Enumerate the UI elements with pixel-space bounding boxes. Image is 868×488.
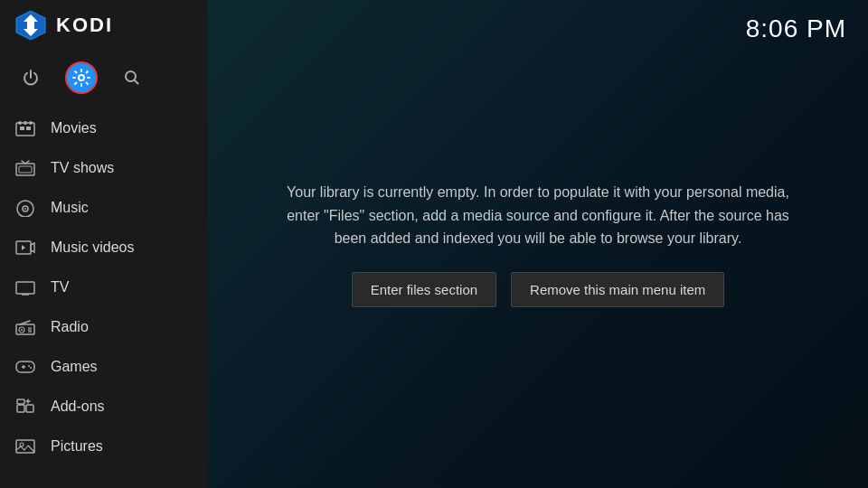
svg-rect-11 xyxy=(19,166,32,173)
sidebar-item-radio[interactable]: Radio xyxy=(0,307,208,347)
svg-rect-30 xyxy=(17,405,24,412)
sidebar-item-addons[interactable]: Add-ons xyxy=(0,387,208,427)
remove-menu-item-button[interactable]: Remove this main menu item xyxy=(511,272,724,307)
svg-rect-33 xyxy=(16,440,34,453)
settings-button[interactable] xyxy=(65,61,98,94)
sidebar-item-pictures[interactable]: Pictures xyxy=(0,427,208,466)
tv-icon xyxy=(14,277,36,298)
svg-point-21 xyxy=(21,329,23,331)
svg-point-6 xyxy=(24,121,27,125)
svg-rect-8 xyxy=(20,127,24,130)
svg-rect-4 xyxy=(16,123,34,136)
pictures-icon xyxy=(14,436,36,457)
radio-icon xyxy=(14,316,36,338)
svg-point-13 xyxy=(24,208,26,210)
sidebar-item-tv-shows[interactable]: TV shows xyxy=(0,148,208,188)
svg-point-29 xyxy=(30,367,32,369)
search-button[interactable] xyxy=(116,61,148,94)
svg-point-7 xyxy=(29,121,33,125)
empty-library-box: Your library is currently empty. In orde… xyxy=(258,163,818,325)
games-label: Games xyxy=(51,359,98,375)
enter-files-button[interactable]: Enter files section xyxy=(352,272,496,307)
tv-shows-label: TV shows xyxy=(51,160,114,176)
clock-display: 8:06 PM xyxy=(746,14,846,43)
sidebar: KODI xyxy=(0,0,208,488)
svg-rect-32 xyxy=(17,399,24,404)
sidebar-item-tv[interactable]: TV xyxy=(0,267,208,307)
svg-rect-9 xyxy=(26,127,31,130)
pictures-label: Pictures xyxy=(51,438,103,455)
kodi-logo-icon xyxy=(14,9,47,42)
svg-rect-31 xyxy=(26,405,33,412)
sidebar-item-movies[interactable]: Movies xyxy=(0,108,208,148)
svg-rect-15 xyxy=(16,282,34,294)
music-icon xyxy=(14,197,36,219)
tv-label: TV xyxy=(51,279,69,296)
sidebar-item-games[interactable]: Games xyxy=(0,347,208,387)
svg-point-34 xyxy=(20,443,24,446)
movies-label: Movies xyxy=(51,120,97,136)
games-icon xyxy=(14,356,36,378)
addons-label: Add-ons xyxy=(51,399,105,415)
music-videos-icon xyxy=(14,237,36,258)
addons-icon xyxy=(14,396,36,418)
nav-menu: Movies TV shows Music xyxy=(0,105,208,488)
svg-point-5 xyxy=(18,121,22,125)
svg-point-28 xyxy=(28,365,30,367)
music-label: Music xyxy=(51,200,89,216)
main-content: 8:06 PM Your library is currently empty.… xyxy=(208,0,868,488)
movies-icon xyxy=(14,117,36,139)
svg-point-2 xyxy=(79,75,84,80)
logo-area: KODI xyxy=(0,0,208,51)
power-button[interactable] xyxy=(14,61,47,94)
action-buttons: Enter files section Remove this main men… xyxy=(276,272,800,307)
sidebar-item-music[interactable]: Music xyxy=(0,188,208,228)
music-videos-label: Music videos xyxy=(51,239,134,256)
tv-shows-icon xyxy=(14,157,36,179)
library-empty-message: Your library is currently empty. In orde… xyxy=(276,181,800,250)
radio-label: Radio xyxy=(51,319,89,335)
sidebar-item-music-videos[interactable]: Music videos xyxy=(0,228,208,267)
app-title: KODI xyxy=(56,14,113,37)
top-icons-bar xyxy=(0,51,208,105)
